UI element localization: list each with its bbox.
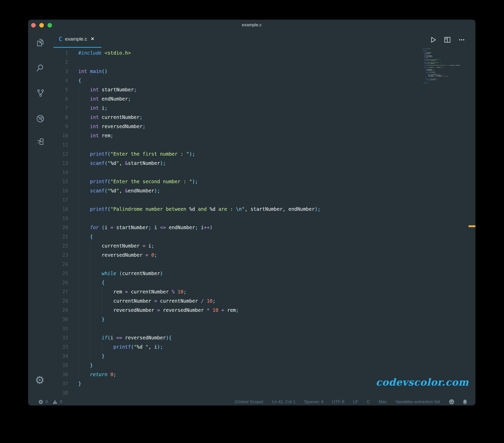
line-number: 21 xyxy=(48,232,68,241)
status-item[interactable]: Ln 41, Col 1 xyxy=(272,399,296,404)
active-tab-underline xyxy=(54,47,102,48)
code-line: scanf("%d", &startNumber); xyxy=(78,158,321,168)
line-number: 9 xyxy=(48,122,68,131)
code-line: reversedNumber = reversedNumber * 10 + r… xyxy=(78,305,321,315)
code-line: return 0; xyxy=(78,370,321,379)
editor-actions xyxy=(429,36,466,44)
source-control-icon[interactable] xyxy=(36,89,45,97)
extensions-icon[interactable] xyxy=(36,137,45,146)
line-number: 24 xyxy=(48,260,68,269)
line-number: 1 xyxy=(48,48,68,57)
line-number: 28 xyxy=(48,296,68,305)
line-number-gutter[interactable]: 1234567891011121314151617181920212223242… xyxy=(48,48,68,397)
code-line: printf("Palindrome number between %d and… xyxy=(78,204,321,214)
c-language-icon: C xyxy=(59,36,62,42)
line-number: 6 xyxy=(48,94,68,103)
code-line xyxy=(78,214,321,223)
line-number: 38 xyxy=(48,388,68,397)
line-number: 31 xyxy=(48,324,68,333)
line-number: 11 xyxy=(48,140,68,149)
feedback-smiley-icon[interactable] xyxy=(449,399,455,405)
code-line: } xyxy=(78,351,321,361)
overview-ruler-marker xyxy=(469,225,475,227)
problems-status[interactable]: 0 0 xyxy=(38,399,65,404)
line-number: 13 xyxy=(48,158,68,168)
line-number: 14 xyxy=(48,168,68,177)
window-title: example.c xyxy=(28,22,475,28)
run-button[interactable] xyxy=(429,36,437,44)
warnings-icon xyxy=(52,399,58,404)
explorer-icon[interactable] xyxy=(36,38,45,47)
search-icon[interactable] xyxy=(36,64,45,72)
notifications-bell-icon[interactable] xyxy=(462,399,468,405)
status-right-group: (Global Scope)Ln 41, Col 1Spaces: 4UTF-8… xyxy=(234,399,440,404)
line-number: 36 xyxy=(48,370,68,379)
line-number: 3 xyxy=(48,67,68,76)
status-item[interactable]: C xyxy=(367,399,370,404)
errors-icon xyxy=(38,399,43,404)
status-item[interactable]: Variables extraction fail xyxy=(396,399,440,404)
indent-guide xyxy=(78,85,79,379)
desktop-background: example.c xyxy=(0,0,504,443)
debug-disabled-icon[interactable] xyxy=(36,114,45,123)
line-number: 33 xyxy=(48,342,68,351)
code-line: int currentNumber; xyxy=(78,113,321,122)
code-line: int reversedNumber; xyxy=(78,122,321,131)
code-line: { xyxy=(78,278,321,287)
code-line: scanf("%d", &endNumber); xyxy=(78,186,321,195)
tab-example-c[interactable]: C example.c ✕ xyxy=(54,31,102,47)
code-line xyxy=(78,195,321,204)
code-line: printf("Enter the first number : "); xyxy=(78,149,321,158)
line-number: 23 xyxy=(48,250,68,260)
status-item[interactable]: UTF-8 xyxy=(332,399,344,404)
line-number: 15 xyxy=(48,177,68,186)
status-item[interactable]: (Global Scope) xyxy=(234,399,263,404)
code-line xyxy=(422,85,467,86)
code-line: int i; xyxy=(78,103,321,113)
code-line xyxy=(78,140,321,149)
line-number: 10 xyxy=(48,131,68,140)
code-line: printf("%d ", i); xyxy=(78,342,321,351)
code-line xyxy=(78,57,321,67)
split-editor-button[interactable] xyxy=(443,36,451,44)
line-number: 34 xyxy=(48,351,68,361)
code-line: { xyxy=(78,76,321,85)
editor-code-area[interactable]: #include <stdio.h>int main(){ int startN… xyxy=(78,48,321,397)
line-number: 2 xyxy=(48,57,68,67)
code-line: rem = currentNumber % 10; xyxy=(78,287,321,296)
line-number: 4 xyxy=(48,76,68,85)
code-line: int rem; xyxy=(78,131,321,140)
code-line xyxy=(78,168,321,177)
titlebar: example.c xyxy=(28,20,475,31)
minimap[interactable]: #include <stdio.h>int main(){ int startN… xyxy=(422,48,467,87)
code-line: printf("Palindrome number between %d and… xyxy=(422,65,467,66)
code-line: } xyxy=(78,379,321,388)
code-line: currentNumber = i; xyxy=(78,241,321,250)
vscode-window: example.c xyxy=(28,20,475,405)
code-line: } xyxy=(78,361,321,370)
line-number: 37 xyxy=(48,379,68,388)
warnings-count: 0 xyxy=(60,399,62,404)
line-number: 29 xyxy=(48,305,68,315)
code-line xyxy=(78,388,321,397)
code-line xyxy=(78,260,321,269)
code-line: while (currentNumber) xyxy=(78,269,321,278)
line-number: 17 xyxy=(48,195,68,204)
status-item[interactable]: Mac xyxy=(379,399,387,404)
code-line: { xyxy=(78,232,321,241)
status-item[interactable]: LF xyxy=(353,399,358,404)
code-line: } xyxy=(78,315,321,324)
code-line xyxy=(78,324,321,333)
status-item[interactable]: Spaces: 4 xyxy=(304,399,323,404)
code-line: if(i == reversedNumber){ xyxy=(78,333,321,342)
line-number: 18 xyxy=(48,204,68,214)
watermark: codevscolor.com xyxy=(376,376,469,388)
line-number: 32 xyxy=(48,333,68,342)
settings-gear-icon[interactable]: ⚙ xyxy=(35,375,45,386)
more-actions-icon[interactable] xyxy=(458,36,466,44)
indent-guide xyxy=(90,241,90,361)
tab-close-icon[interactable]: ✕ xyxy=(91,36,94,42)
code-line: int endNumber; xyxy=(78,94,321,103)
code-line: for (i = startNumber; i <= endNumber; i+… xyxy=(78,223,321,232)
line-number: 22 xyxy=(48,241,68,250)
